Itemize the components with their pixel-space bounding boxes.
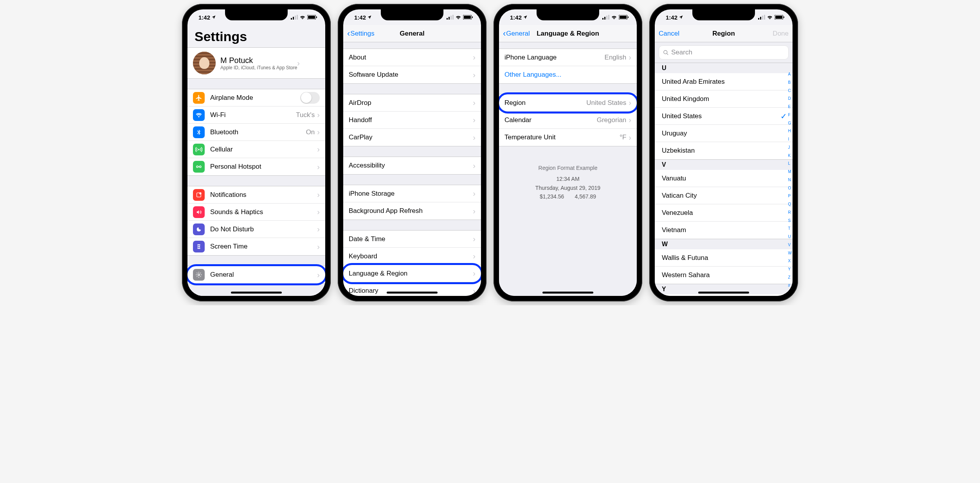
list-row[interactable]: Date & Time› [343, 231, 481, 248]
index-letter[interactable]: H [788, 129, 792, 134]
index-letter[interactable]: B [788, 80, 792, 85]
region-option[interactable]: Western Sahara [655, 267, 793, 284]
list-row[interactable]: Temperature Unit°F› [499, 129, 637, 146]
content[interactable]: About›Software Update› AirDrop›Handoff›C… [343, 42, 481, 296]
chevron-icon: › [297, 59, 300, 68]
index-letter[interactable]: Z [788, 275, 792, 280]
index-letter[interactable]: G [788, 121, 792, 126]
index-letter[interactable]: V [788, 243, 792, 248]
index-letter[interactable]: S [788, 218, 792, 223]
list-row[interactable]: Background App Refresh› [343, 202, 481, 220]
wifi-icon [455, 15, 461, 20]
index-letter[interactable]: F [788, 113, 792, 118]
row-dnd[interactable]: Do Not Disturb› [187, 221, 325, 238]
index-letter[interactable]: C [788, 88, 792, 94]
list-row[interactable]: iPhone Storage› [343, 185, 481, 202]
home-indicator[interactable] [542, 292, 593, 294]
list-row[interactable]: About› [343, 49, 481, 66]
location-icon [523, 15, 528, 20]
region-option[interactable]: Vanuatu [655, 170, 793, 187]
list-row[interactable]: Handoff› [343, 112, 481, 129]
index-letter[interactable]: P [788, 194, 792, 199]
back-button[interactable]: ‹General [503, 29, 530, 39]
list-row[interactable]: Software Update› [343, 66, 481, 83]
list-row[interactable]: CarPlay› [343, 129, 481, 146]
list-row[interactable]: AirDrop› [343, 94, 481, 112]
index-letter[interactable]: N [788, 178, 792, 183]
list-row[interactable]: Other Languages... [499, 66, 637, 83]
toggle-switch[interactable] [300, 92, 320, 104]
region-option[interactable]: United States✓ [655, 108, 793, 125]
region-label: United Arab Emirates [662, 78, 787, 86]
search-input[interactable]: Search [659, 45, 789, 59]
list-row[interactable]: Language & Region› [343, 265, 481, 282]
row-bluetooth[interactable]: BluetoothOn› [187, 124, 325, 141]
index-letter[interactable]: A [788, 72, 792, 77]
row-general[interactable]: General› [187, 266, 325, 283]
region-label: United States [662, 112, 780, 120]
list-row[interactable]: Dictionary› [343, 282, 481, 296]
row-hotspot[interactable]: Personal Hotspot› [187, 158, 325, 175]
row-notifications[interactable]: Notifications› [187, 186, 325, 204]
index-letter[interactable]: K [788, 153, 792, 159]
chevron-icon: › [317, 190, 320, 199]
home-indicator[interactable] [387, 292, 438, 294]
region-option[interactable]: Uzbekistan [655, 142, 793, 159]
row-airplane[interactable]: Airplane Mode [187, 89, 325, 106]
phone-general: 1:42 ‹Settings General About›Software Up… [338, 4, 486, 301]
index-letter[interactable]: W [788, 251, 792, 256]
index-letter[interactable]: L [788, 161, 792, 166]
index-letter[interactable]: X [788, 259, 792, 264]
region-option[interactable]: United Arab Emirates [655, 73, 793, 90]
back-button[interactable]: ‹Settings [347, 29, 375, 39]
index-letter[interactable]: U [788, 234, 792, 240]
region-label: Uruguay [662, 130, 787, 137]
region-option[interactable]: Wallis & Futuna [655, 249, 793, 267]
home-indicator[interactable] [698, 292, 749, 294]
list-row[interactable]: iPhone LanguageEnglish› [499, 49, 637, 66]
region-option[interactable]: United Kingdom [655, 90, 793, 108]
region-option[interactable]: Uruguay [655, 125, 793, 142]
region-option[interactable]: Venezuela [655, 204, 793, 222]
content[interactable]: Settings M Potuck Apple ID, iCloud, iTun… [187, 25, 325, 296]
region-option[interactable]: Vietnam [655, 222, 793, 239]
region-option[interactable]: Yemen [655, 294, 793, 296]
list-row[interactable]: Keyboard› [343, 248, 481, 265]
status-time: 1:42 [510, 14, 522, 21]
list-row[interactable]: Accessibility› [343, 157, 481, 174]
screen: 1:42 ‹Settings General About›Software Up… [343, 9, 481, 296]
row-sounds[interactable]: Sounds & Haptics› [187, 204, 325, 221]
content[interactable]: iPhone LanguageEnglish›Other Languages..… [499, 42, 637, 296]
home-indicator[interactable] [231, 292, 282, 294]
row-wifi[interactable]: Wi-FiTuck's› [187, 106, 325, 124]
content[interactable]: U United Arab EmiratesUnited KingdomUnit… [655, 63, 793, 296]
row-label: Do Not Disturb [210, 225, 317, 233]
index-letter[interactable]: I [788, 137, 792, 142]
svg-rect-1 [293, 17, 294, 20]
screen: 1:42 Settings M Potuck Apple ID, iCloud,… [187, 9, 325, 296]
location-icon [211, 15, 216, 20]
row-screentime[interactable]: Screen Time› [187, 238, 325, 255]
index-letter[interactable]: E [788, 105, 792, 110]
index-letter[interactable]: T [788, 226, 792, 231]
apple-id-row[interactable]: M Potuck Apple ID, iCloud, iTunes & App … [187, 48, 325, 78]
index-letter[interactable]: M [788, 169, 792, 175]
index-rail[interactable]: ABCDEFGHIJKLMNOPQRSTUVWXYZ# [788, 72, 792, 288]
row-cellular[interactable]: Cellular› [187, 141, 325, 158]
index-letter[interactable]: Q [788, 202, 792, 207]
index-letter[interactable]: # [788, 283, 792, 288]
region-option[interactable]: Vatican City [655, 187, 793, 204]
list-row[interactable]: CalendarGregorian› [499, 112, 637, 129]
done-button[interactable]: Done [773, 30, 789, 38]
cancel-button[interactable]: Cancel [659, 30, 679, 38]
row-label: Other Languages... [504, 71, 631, 79]
index-letter[interactable]: Y [788, 267, 792, 272]
chevron-icon: › [473, 98, 476, 107]
index-letter[interactable]: J [788, 145, 792, 150]
index-letter[interactable]: R [788, 210, 792, 215]
index-letter[interactable]: O [788, 186, 792, 191]
chevron-icon: › [629, 115, 631, 124]
notch [537, 9, 599, 20]
list-row[interactable]: RegionUnited States› [499, 94, 637, 112]
index-letter[interactable]: D [788, 96, 792, 101]
